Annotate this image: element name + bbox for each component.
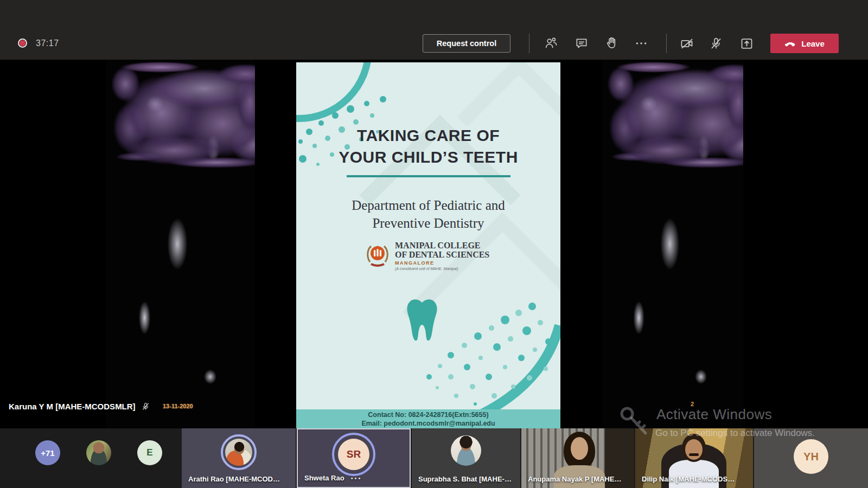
camera-off-icon xyxy=(680,36,694,51)
slide-subtitle-line2: Preventive Dentistry xyxy=(296,216,560,231)
participant-video xyxy=(571,437,588,460)
slide-title-line1: TAKING CARE OF xyxy=(296,126,560,145)
participant-video xyxy=(669,460,719,488)
raised-hand-icon xyxy=(605,36,619,50)
chat-icon xyxy=(575,36,589,50)
participant-name-label: Arathi Rao [MAHE-MCOD… xyxy=(188,475,280,483)
recording-icon xyxy=(18,38,27,48)
hangup-icon xyxy=(784,37,796,49)
meeting-timer: 37:17 xyxy=(36,38,59,48)
leave-button[interactable]: Leave xyxy=(770,34,839,53)
avatar-initials: SR xyxy=(338,439,369,470)
college-name-line2: OF DENTAL SCIENCES xyxy=(395,251,489,260)
request-control-button[interactable]: Request control xyxy=(423,34,510,53)
participant-tile-yh[interactable]: YH xyxy=(754,428,868,488)
avatar-initials: YH xyxy=(794,439,828,474)
speaking-ring: SR xyxy=(332,433,375,476)
participant-tile-arathi[interactable]: Arathi Rao [MAHE-MCOD… xyxy=(182,428,296,488)
presenter-name-text: Karuna Y M [MAHE-MCODSMLR] xyxy=(9,402,136,411)
manipal-emblem-icon xyxy=(366,241,390,268)
more-icon xyxy=(634,36,648,50)
presenter-video-flowers-right xyxy=(602,60,743,428)
toolbar-divider xyxy=(666,34,667,53)
slide-contact-line1: Contact No: 0824-2428716(Extn:5655) xyxy=(296,411,560,420)
slide-deco-dots-bottom-right xyxy=(418,296,560,428)
slide-title-underline xyxy=(347,175,510,177)
slide-contact-line2: Email: pedodont.mcodsmlr@manipal.edu xyxy=(296,420,560,428)
avatar xyxy=(225,439,252,466)
college-note: (A constituent unit of MAHE, Manipal) xyxy=(395,267,489,271)
tile-more-icon[interactable]: ••• xyxy=(351,475,362,481)
overflow-participants-badge[interactable]: +71 xyxy=(35,440,60,465)
speaking-ring xyxy=(221,434,257,470)
raise-hand-button[interactable] xyxy=(601,33,623,54)
participant-strip: +71 E Arathi Rao [MAHE-MCOD… SR Shweta R… xyxy=(0,428,868,488)
participant-name-label: Dilip Naik [MAHE-MCODS… xyxy=(642,475,735,483)
toolbar-divider xyxy=(529,34,529,53)
avatar xyxy=(451,435,481,466)
mic-toggle-button[interactable] xyxy=(705,33,727,54)
participant-name-label: Anupama Nayak P [MAHE… xyxy=(528,475,621,483)
people-icon xyxy=(544,36,558,50)
leave-label: Leave xyxy=(801,39,825,48)
meeting-stage: TAKING CARE OF YOUR CHILD’S TEETH Depart… xyxy=(0,60,868,428)
video-date-stamp: 13-11-2020 xyxy=(163,403,193,409)
college-city: MANGALORE xyxy=(395,261,489,266)
presenter-name-label: Karuna Y M [MAHE-MCODSMLR] xyxy=(9,402,150,411)
share-screen-icon xyxy=(739,36,754,51)
teams-meeting-window: 37:17 Request control xyxy=(0,0,868,488)
college-logo-block: MANIPAL COLLEGE OF DENTAL SCIENCES MANGA… xyxy=(366,241,489,271)
mic-muted-icon xyxy=(141,402,150,411)
participant-tile-shweta[interactable]: SR Shweta Rao••• xyxy=(297,428,411,488)
share-screen-button[interactable] xyxy=(736,33,757,54)
participant-tile-dilip[interactable]: Dilip Naik [MAHE-MCODS… xyxy=(635,428,753,488)
mic-off-icon xyxy=(709,36,723,50)
slide-contact-band: Contact No: 0824-2428716(Extn:5655) Emai… xyxy=(296,409,560,428)
college-name-line1: MANIPAL COLLEGE xyxy=(395,241,489,251)
participant-tile-anupama[interactable]: Anupama Nayak P [MAHE… xyxy=(521,428,634,488)
shared-presentation-slide: TAKING CARE OF YOUR CHILD’S TEETH Depart… xyxy=(296,62,560,428)
chat-button[interactable] xyxy=(571,33,592,54)
more-options-button[interactable] xyxy=(630,33,652,54)
participants-button[interactable] xyxy=(540,33,562,54)
participant-name-label: Shweta Rao••• xyxy=(304,474,362,482)
slide-subtitle-line1: Department of Pediatric and xyxy=(296,198,560,213)
participant-tile-suprabha[interactable]: Suprabha S. Bhat [MAHE-… xyxy=(412,428,520,488)
participant-avatar-photo[interactable] xyxy=(86,440,111,465)
slide-title-line2: YOUR CHILD’S TEETH xyxy=(296,148,560,166)
participant-video xyxy=(685,439,703,460)
meeting-topbar: 37:17 Request control xyxy=(0,0,868,60)
presenter-video-flowers-left xyxy=(106,60,255,428)
camera-toggle-button[interactable] xyxy=(676,33,698,54)
participant-video xyxy=(689,453,699,456)
participant-name-label: Suprabha S. Bhat [MAHE-… xyxy=(418,475,512,483)
participant-avatar-initial[interactable]: E xyxy=(137,440,162,465)
